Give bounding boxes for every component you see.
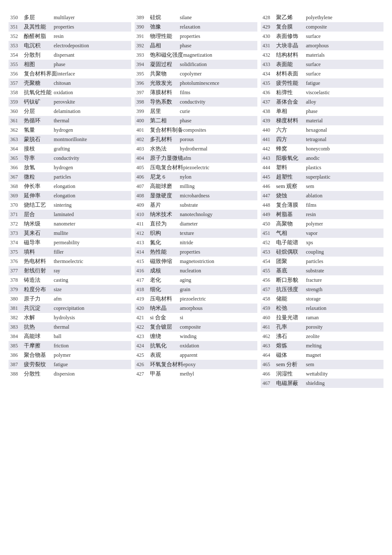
entry-number: 380 [10,296,24,302]
table-row: 431大块非晶amorphous [261,41,383,50]
entry-chinese: 四方 [276,136,306,143]
entry-number: 418 [136,286,150,293]
entry-number: 414 [136,249,150,255]
table-row: 390弛豫relaxation [135,22,257,32]
entry-chinese: 梯度材料 [276,117,306,124]
entry-chinese: 烧结工艺 [24,201,54,209]
entry-chinese: 磁体 [276,351,306,359]
entry-number: 409 [136,202,150,208]
entry-english: resin [306,211,316,218]
entry-english: thermal [54,324,69,330]
entry-english: sintering [54,202,72,208]
entry-number: 377 [10,268,24,274]
entry-chinese: 聚合物基 [24,351,54,359]
entry-number: 367 [10,174,24,180]
entry-english: storage [306,296,321,302]
main-page: 350多层multilayer351及其性能properties352酚醛树脂r… [0,0,392,401]
table-row: 355相图phase [9,60,131,69]
table-row: 425表观apparent [135,350,257,360]
entry-chinese: 多孔材料 [150,136,180,143]
entry-chinese: 基体合金 [276,98,306,106]
table-row: 457抗压强度strength [261,285,383,294]
entry-number: 391 [136,33,150,40]
entry-english: afm [183,155,191,162]
table-row: 371层合laminated [9,210,131,219]
entry-number: 425 [136,352,150,358]
entry-english: properties [180,33,200,40]
table-row: 373莫来石mullite [9,228,131,238]
entry-number: 421 [136,315,150,321]
entry-english: nylon [180,174,191,180]
entry-english: winding [180,333,196,340]
entry-chinese: 电磁屏蔽 [276,379,306,387]
table-row: 460拉曼光谱raman [261,313,383,322]
entry-number: 417 [136,277,150,283]
column-divider [257,13,261,388]
table-row: 366放氢hydrogen [9,163,131,172]
entry-number: 405 [136,165,150,171]
table-row: 393饱和磁化强度magnetization [135,50,257,60]
entry-number: 439 [262,118,276,124]
entry-number: 448 [262,202,276,208]
entry-number: 445 [262,174,276,180]
entry-chinese: 填料 [24,248,54,256]
entry-number: 398 [136,99,150,105]
entry-english: mullite [54,230,68,237]
table-row: 365导率conductivity [9,153,131,163]
entry-chinese: 缠绕 [150,332,180,340]
entry-number: 400 [136,118,150,124]
entry-chinese: 直径为 [150,220,180,228]
entry-number: 449 [262,211,276,218]
table-row: 378铸造法casting [9,275,131,285]
table-row: 456断口形貌fracture [261,275,383,285]
entry-number: 369 [10,193,24,199]
entry-english: chitosan [54,80,71,87]
table-row: 466润湿性wettability [261,369,383,379]
table-row: 388分散性dispersion [9,369,131,379]
entry-english: vapor [306,230,317,237]
table-row: 392晶相phase [135,41,257,50]
entry-chinese: 居里 [150,107,180,115]
table-row: 435疲劳性能fatigue [261,78,383,88]
table-row: 362氢量hydrogen [9,125,131,135]
entry-english: polyethylene [306,14,332,21]
entry-english: phase [306,108,317,115]
entry-english: material [306,118,323,124]
table-row: 381共沉淀coprecipitation [9,304,131,313]
entry-english: ball [54,333,61,340]
table-row: 432结构材料materials [261,50,383,60]
table-row: 400第二相phase [135,116,257,125]
table-row: 397薄膜材料films [135,88,257,97]
entry-chinese: 气相 [276,229,306,237]
entry-number: 430 [262,33,276,40]
entry-number: 406 [136,174,150,180]
entry-english: curie [180,108,190,115]
entry-english: nitride [180,240,193,246]
entry-english: fatigue [54,361,68,368]
entry-english: thermoelectric [54,258,83,265]
table-row: 351及其性能properties [9,22,131,32]
column-3: 428聚乙烯polyethylene429复合膜composite430表面修饰… [261,13,383,388]
entry-english: microhardness [180,193,210,199]
entry-number: 457 [262,286,276,293]
table-row: 406尼龙 6nylon [135,172,257,182]
entry-number: 372 [10,221,24,227]
entry-chinese: 第二相 [150,117,180,124]
entry-chinese: 塑料 [276,164,306,171]
entry-english: permeability [54,240,80,246]
entry-number: 424 [136,343,150,349]
entry-number: 381 [10,305,24,312]
entry-number: 419 [136,296,150,302]
entry-english: coprecipitation [54,305,84,312]
entry-english: polymer [306,221,323,227]
table-row: 375填料filler [9,247,131,257]
entry-number: 364 [10,146,24,152]
entry-chinese: 细化 [150,286,180,293]
table-row: 353电沉积electrodeposition [9,41,131,50]
entry-number: 350 [10,14,24,21]
entry-number: 393 [136,52,150,58]
column-2: 389硅烷silane390弛豫relaxation391物理性能propert… [135,13,257,388]
entry-chinese: 压电复合材料 [150,164,183,171]
entry-number: 368 [10,183,24,190]
entry-english: afm [54,296,62,302]
